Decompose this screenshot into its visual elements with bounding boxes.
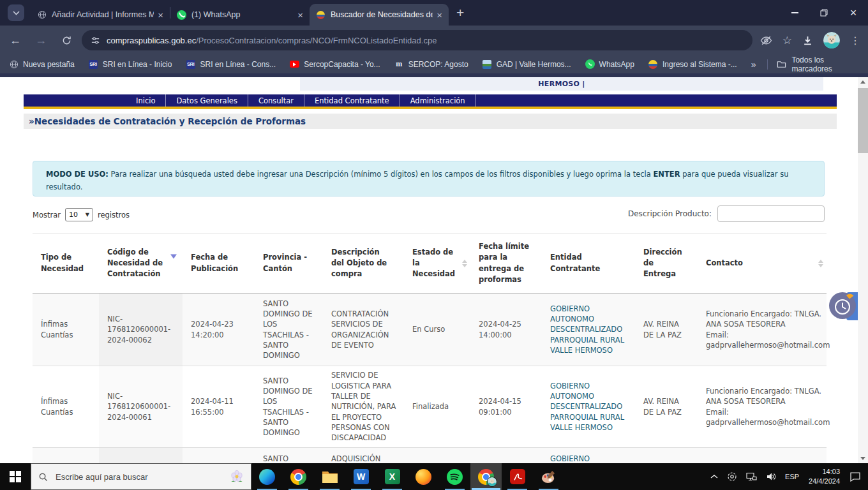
- taskbar-search-input[interactable]: [54, 471, 223, 482]
- close-button[interactable]: ×: [839, 0, 868, 26]
- nav-item-datos-generales[interactable]: Datos Generales: [166, 94, 248, 107]
- bookmark-label: SRI en Línea - Cons...: [200, 60, 276, 69]
- taskbar-spotify[interactable]: [439, 463, 470, 490]
- volume-icon[interactable]: [761, 463, 781, 490]
- nav-item-consultar[interactable]: Consultar: [248, 94, 304, 107]
- col-provincia-canton[interactable]: Provincia - Cantón: [255, 234, 323, 293]
- bookmark-ingreso-sistema[interactable]: Ingreso al Sistema -...: [648, 59, 737, 69]
- action-center-button[interactable]: [845, 463, 865, 490]
- browser-menu-icon[interactable]: ⋮: [850, 34, 860, 47]
- table-header-row: Tipo de Necesidad Código de Necesidad de…: [33, 233, 827, 293]
- minimize-icon: [791, 12, 798, 13]
- action-center-icon: [849, 471, 861, 482]
- word-icon: W: [354, 469, 369, 484]
- taskbar-apps: W X: [251, 463, 564, 490]
- nav-item-inicio[interactable]: Inicio: [126, 94, 166, 107]
- cell-provincia: SANTO: [255, 448, 323, 463]
- cell-fecha-publicacion: [183, 448, 255, 463]
- tab-close-icon[interactable]: ×: [437, 10, 442, 20]
- bookmarks-overflow-chevron[interactable]: »: [751, 59, 756, 70]
- globe-icon: [9, 59, 19, 69]
- start-button[interactable]: [0, 463, 31, 490]
- cell-entidad: GOBIERNO AUTONOMO DESCENTRALIZADO PARROQ…: [542, 293, 635, 366]
- col-codigo-necesidad[interactable]: Código de Necesidad de Contratación: [99, 234, 183, 293]
- col-fecha-publicacion[interactable]: Fecha de Publicación: [183, 234, 255, 293]
- taskbar-file-explorer[interactable]: [314, 463, 345, 490]
- whatsapp-icon: [585, 59, 595, 69]
- tab-whatsapp[interactable]: (1) WhatsApp ×: [170, 4, 310, 26]
- all-bookmarks-button[interactable]: Todos los marcadores: [777, 56, 859, 73]
- cell-codigo: NIC-1768120600001-2024-00061: [99, 366, 183, 447]
- taskbar-paint[interactable]: [533, 463, 564, 490]
- table-row: Ínfimas Cuantías NIC-1768120600001-2024-…: [33, 293, 827, 366]
- new-tab-button[interactable]: +: [456, 6, 464, 19]
- sort-both-icon: [462, 260, 467, 267]
- bookmark-sri-inicio[interactable]: SRI SRI en Línea - Inicio: [89, 59, 172, 69]
- url-path: /ProcesoContratacion/compras/NCO/FrmNCOL…: [196, 36, 437, 45]
- col-entidad-contratante[interactable]: Entidad Contratante: [542, 234, 635, 293]
- tab-search-button[interactable]: [8, 4, 24, 21]
- tab-close-icon[interactable]: ×: [297, 10, 303, 20]
- col-fecha-limite[interactable]: Fecha límite para la entrega de proforma…: [470, 234, 542, 293]
- tray-expand-button[interactable]: [706, 463, 722, 490]
- col-contacto[interactable]: Contacto: [698, 234, 827, 293]
- bookmark-nueva-pestana[interactable]: Nueva pestaña: [9, 59, 75, 69]
- scroll-up-button[interactable]: [858, 77, 868, 87]
- clock-time: 14:03: [809, 467, 840, 477]
- clock-widget-button[interactable]: [828, 291, 857, 320]
- bookmark-sercopcapacita[interactable]: SercopCapacita - Yo...: [290, 59, 380, 69]
- product-filter-input[interactable]: [717, 205, 825, 222]
- nav-item-entidad-contratante[interactable]: Entidad Contratante: [304, 94, 400, 107]
- site-settings-icon[interactable]: [91, 36, 100, 45]
- nav-item-administracion[interactable]: Administración: [400, 94, 476, 107]
- bookmark-sri-consultas[interactable]: SRI SRI en Línea - Cons...: [186, 59, 276, 69]
- cell-fecha-publicacion: 2024-04-23 14:20:00: [183, 293, 255, 366]
- cell-provincia: SANTO DOMINGO DE LOS TSACHILAS - SANTO D…: [255, 366, 323, 447]
- table-row: Ínfimas Cuantías NIC-1768120600001-2024-…: [33, 366, 827, 448]
- taskbar-chrome-active[interactable]: [470, 463, 502, 490]
- restore-button[interactable]: [809, 0, 839, 26]
- url-text: compraspublicas.gob.ec/ProcesoContrataci…: [107, 36, 437, 45]
- col-estado-necesidad[interactable]: Estado de la Necesidad: [404, 234, 470, 293]
- gold-divider: [24, 107, 837, 109]
- network-icon[interactable]: [742, 463, 761, 490]
- tab-informes[interactable]: Añadir Actividad | Informes Me ×: [31, 4, 170, 26]
- taskbar-acrobat[interactable]: [502, 463, 533, 490]
- downloads-icon[interactable]: [802, 35, 813, 46]
- address-bar[interactable]: compraspublicas.gob.ec/ProcesoContrataci…: [82, 30, 752, 50]
- password-eye-off-icon[interactable]: [760, 36, 772, 45]
- meet-now-icon[interactable]: [722, 463, 742, 490]
- bookmark-gad-valle-hermoso[interactable]: GAD | Valle Hermos...: [483, 59, 571, 69]
- bookmark-whatsapp[interactable]: WhatsApp: [585, 59, 634, 69]
- whatsapp-icon: [177, 10, 186, 20]
- scrollbar-thumb[interactable]: [858, 88, 868, 153]
- scroll-down-button[interactable]: [858, 454, 868, 463]
- minimize-button[interactable]: [780, 0, 809, 26]
- taskbar-clock[interactable]: 14:03 24/4/2024: [804, 467, 845, 486]
- page-size-select[interactable]: 10 ▼: [65, 208, 93, 221]
- taskbar-chrome[interactable]: [283, 463, 314, 490]
- windows-logo-icon: [10, 471, 21, 482]
- cell-fecha-limite: [470, 448, 542, 463]
- page-scrollbar[interactable]: [858, 77, 868, 463]
- bookmark-sercop[interactable]: m SERCOP: Agosto: [394, 59, 468, 69]
- col-descripcion-objeto[interactable]: Descripción del Objeto de compra: [323, 234, 404, 293]
- bookmark-star-icon[interactable]: ☆: [782, 34, 792, 47]
- taskbar-edge[interactable]: [251, 463, 283, 490]
- profile-avatar[interactable]: [823, 32, 840, 48]
- taskbar-search[interactable]: [31, 463, 251, 490]
- sri-icon: SRI: [186, 59, 195, 69]
- reload-button[interactable]: [56, 30, 77, 50]
- forward-button[interactable]: →: [31, 30, 51, 50]
- back-button[interactable]: ←: [5, 30, 26, 50]
- taskbar-word[interactable]: W: [345, 463, 377, 490]
- tab-close-icon[interactable]: ×: [158, 10, 163, 20]
- language-indicator[interactable]: ESP: [781, 463, 804, 490]
- col-tipo-necesidad[interactable]: Tipo de Necesidad: [33, 234, 99, 293]
- taskbar-excel[interactable]: X: [377, 463, 408, 490]
- col-direccion-entrega[interactable]: Dirección de Entrega: [635, 234, 698, 293]
- clock-date: 24/4/2024: [809, 477, 840, 486]
- system-tray: ESP 14:03 24/4/2024: [706, 463, 868, 490]
- tab-buscador-necesidades[interactable]: Buscador de Necesidades de Co ×: [310, 4, 449, 26]
- taskbar-firefox[interactable]: [408, 463, 439, 490]
